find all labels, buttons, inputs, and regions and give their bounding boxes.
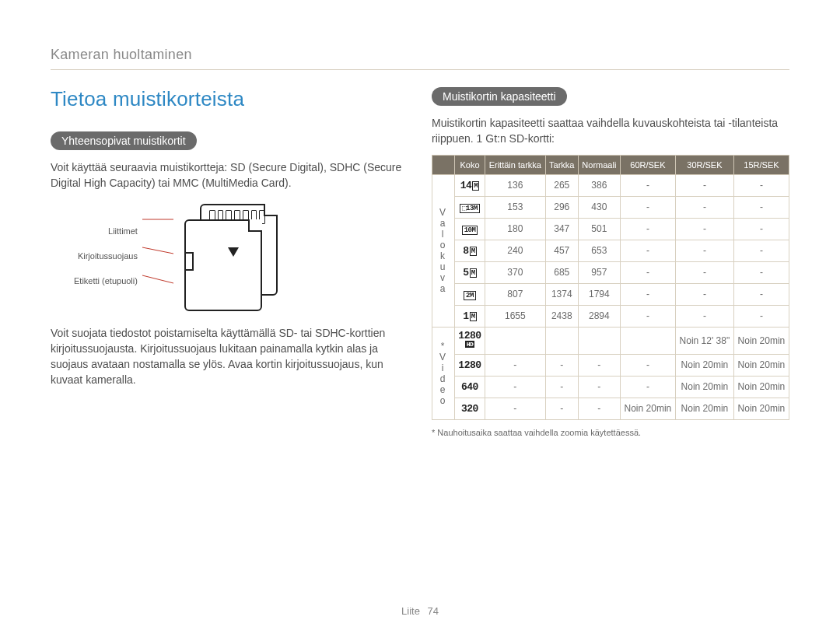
th-60fps: 60R/SEK — [620, 155, 675, 174]
table-cell: - — [485, 376, 545, 398]
table-cell: - — [675, 261, 733, 283]
table-cell: 430 — [578, 196, 620, 218]
category-photo: Valokuva — [432, 174, 455, 327]
size-icon: ⬚13M — [455, 196, 485, 218]
page-footer: Liite 74 — [0, 605, 840, 617]
breadcrumb: Kameran huoltaminen — [51, 47, 789, 63]
table-cell: 240 — [485, 240, 545, 261]
label-write-protect: Kirjoitussuojaus — [74, 244, 138, 269]
footer-section: Liite — [401, 605, 420, 617]
table-cell: 2894 — [578, 305, 620, 327]
size-icon: 1280HD — [455, 327, 485, 354]
category-video: *Video — [432, 327, 455, 419]
table-cell: - — [733, 174, 789, 196]
table-row: 2M80713741794--- — [432, 283, 789, 305]
table-cell: Noin 20min — [675, 376, 733, 398]
table-cell: - — [578, 398, 620, 419]
table-cell: Noin 20min — [733, 376, 789, 398]
pill-compatible-cards: Yhteensopivat muistikortit — [51, 131, 197, 150]
write-protect-text: Voit suojata tiedostot poistamiselta käy… — [51, 325, 408, 388]
table-cell: 386 — [578, 174, 620, 196]
table-cell: 136 — [485, 174, 545, 196]
table-cell: - — [545, 376, 578, 398]
table-cell: - — [485, 398, 545, 419]
size-icon: 14M — [455, 174, 485, 196]
table-cell: 1374 — [545, 283, 578, 305]
divider — [51, 69, 789, 70]
label-front-label: Etiketti (etupuoli) — [74, 269, 138, 294]
table-cell: Noin 20min — [733, 398, 789, 419]
table-cell: - — [733, 305, 789, 327]
footnote: * Nauhoitusaika saattaa vaihdella zoomia… — [432, 428, 789, 437]
table-cell: 296 — [545, 196, 578, 218]
table-cell: - — [620, 196, 675, 218]
table-cell: Noin 20min — [733, 354, 789, 376]
leader-lines — [142, 210, 173, 303]
table-cell: - — [620, 283, 675, 305]
table-cell: Noin 20min — [733, 327, 789, 354]
right-column: Muistikortin kapasiteetti Muistikortin k… — [432, 87, 789, 437]
th-normal: Normaali — [578, 155, 620, 174]
table-row: 1M165524382894--- — [432, 305, 789, 327]
table-cell: - — [675, 174, 733, 196]
table-row: 1280----Noin 20minNoin 20min — [432, 354, 789, 376]
table-cell: - — [675, 305, 733, 327]
th-30fps: 30R/SEK — [675, 155, 733, 174]
table-cell: Noin 20min — [620, 398, 675, 419]
th-fine: Tarkka — [545, 155, 578, 174]
table-row: 10M180347501--- — [432, 218, 789, 240]
size-icon: 10M — [455, 218, 485, 240]
capacity-table: Koko Erittäin tarkka Tarkka Normaali 60R… — [432, 155, 789, 420]
table-cell: 347 — [545, 218, 578, 240]
left-column: Tietoa muistikorteista Yhteensopivat mui… — [51, 87, 408, 437]
table-cell: 2438 — [545, 305, 578, 327]
table-cell: Noin 20min — [675, 354, 733, 376]
table-row: 640----Noin 20minNoin 20min — [432, 376, 789, 398]
size-icon: 8M — [455, 240, 485, 261]
table-cell: - — [675, 196, 733, 218]
table-cell: 1655 — [485, 305, 545, 327]
svg-line-1 — [142, 247, 173, 254]
table-cell: - — [675, 218, 733, 240]
table-row: ⬚13M153296430--- — [432, 196, 789, 218]
table-cell — [620, 327, 675, 354]
table-cell: - — [578, 376, 620, 398]
table-cell: 265 — [545, 174, 578, 196]
size-icon: 320 — [455, 398, 485, 419]
table-cell: - — [620, 240, 675, 261]
table-cell: 1794 — [578, 283, 620, 305]
table-cell — [545, 327, 578, 354]
table-row: 5M370685957--- — [432, 261, 789, 283]
table-cell: 180 — [485, 218, 545, 240]
table-cell: - — [733, 283, 789, 305]
capacity-intro: Muistikortin kapasiteetti saattaa vaihde… — [432, 115, 789, 147]
table-cell: - — [733, 240, 789, 261]
table-cell: - — [545, 398, 578, 419]
table-cell: 957 — [578, 261, 620, 283]
table-cell — [578, 327, 620, 354]
table-cell: - — [620, 305, 675, 327]
table-cell: - — [733, 196, 789, 218]
table-cell: 807 — [485, 283, 545, 305]
size-icon: 1280 — [455, 354, 485, 376]
table-row: Valokuva14M136265386--- — [432, 174, 789, 196]
th-size: Koko — [455, 155, 485, 174]
label-contacts: Liittimet — [74, 219, 138, 244]
th-15fps: 15R/SEK — [733, 155, 789, 174]
table-row: 8M240457653--- — [432, 240, 789, 261]
table-cell: 501 — [578, 218, 620, 240]
table-cell: - — [578, 354, 620, 376]
size-icon: 640 — [455, 376, 485, 398]
table-cell: - — [620, 261, 675, 283]
intro-text: Voit käyttää seuraavia muistikortteja: S… — [51, 159, 408, 191]
table-cell: - — [620, 354, 675, 376]
table-row: 320---Noin 20minNoin 20minNoin 20min — [432, 398, 789, 419]
table-cell: - — [675, 283, 733, 305]
table-cell: - — [545, 354, 578, 376]
table-cell: - — [733, 261, 789, 283]
table-cell: Noin 20min — [675, 398, 733, 419]
size-icon: 5M — [455, 261, 485, 283]
table-cell: - — [675, 240, 733, 261]
table-cell: - — [620, 376, 675, 398]
table-cell: 653 — [578, 240, 620, 261]
